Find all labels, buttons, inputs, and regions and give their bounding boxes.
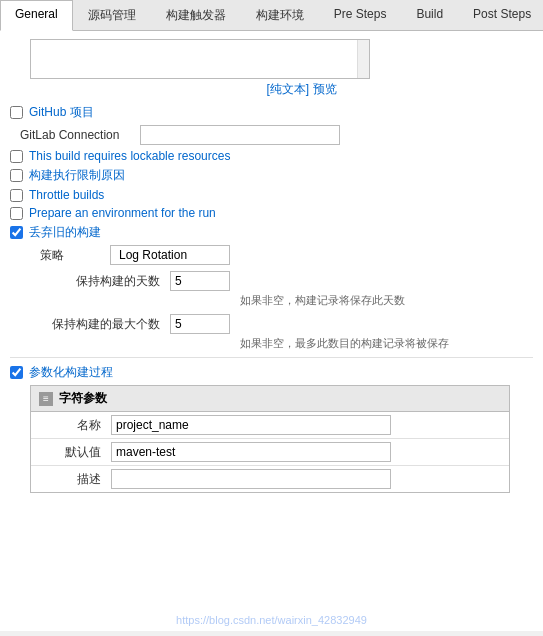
prepare-env-checkbox[interactable] bbox=[10, 207, 23, 220]
discard-builds-row: 丢弃旧的构建 bbox=[10, 224, 533, 241]
parameterize-label[interactable]: 参数化构建过程 bbox=[29, 364, 113, 381]
days-field-section: 保持构建的天数 如果非空，构建记录将保存此天数 bbox=[40, 271, 533, 308]
strategy-value: Log Rotation bbox=[110, 245, 230, 265]
param-default-label: 默认值 bbox=[31, 444, 111, 461]
textarea-container bbox=[30, 39, 533, 79]
plain-text-link[interactable]: [纯文本] bbox=[266, 82, 309, 96]
parameterize-section: 参数化构建过程 ≡ 字符参数 名称 默认值 描述 bbox=[10, 364, 533, 493]
days-field-row: 保持构建的天数 bbox=[40, 271, 533, 291]
param-name-row: 名称 bbox=[31, 412, 509, 439]
preview-link[interactable]: 预览 bbox=[313, 82, 337, 96]
param-desc-label: 描述 bbox=[31, 471, 111, 488]
main-content: [纯文本] 预览 GitHub 项目 GitLab Connection Thi… bbox=[0, 31, 543, 631]
tab-env[interactable]: 构建环境 bbox=[241, 0, 319, 30]
throttle-label[interactable]: Throttle builds bbox=[29, 188, 104, 202]
days-input[interactable] bbox=[170, 271, 230, 291]
max-builds-input[interactable] bbox=[170, 314, 230, 334]
description-textarea[interactable] bbox=[30, 39, 370, 79]
lockable-label[interactable]: This build requires lockable resources bbox=[29, 149, 230, 163]
tab-trigger[interactable]: 构建触发器 bbox=[151, 0, 241, 30]
prepare-env-row: Prepare an environment for the run bbox=[10, 206, 533, 220]
discard-builds-checkbox[interactable] bbox=[10, 226, 23, 239]
tab-poststeps[interactable]: Post Steps bbox=[458, 0, 543, 30]
strategy-row: 策略 Log Rotation bbox=[40, 245, 533, 265]
param-desc-input[interactable] bbox=[111, 469, 391, 489]
param-table: ≡ 字符参数 名称 默认值 描述 bbox=[30, 385, 510, 493]
tab-build[interactable]: Build bbox=[401, 0, 458, 30]
days-label: 保持构建的天数 bbox=[40, 273, 170, 290]
strategy-label: 策略 bbox=[40, 247, 80, 264]
build-limit-label[interactable]: 构建执行限制原因 bbox=[29, 167, 125, 184]
param-default-row: 默认值 bbox=[31, 439, 509, 466]
gitlab-connection-label: GitLab Connection bbox=[20, 128, 140, 142]
tab-bar: General 源码管理 构建触发器 构建环境 Pre Steps Build … bbox=[0, 0, 543, 31]
max-builds-label: 保持构建的最大个数 bbox=[40, 316, 170, 333]
param-desc-row: 描述 bbox=[31, 466, 509, 492]
param-default-input[interactable] bbox=[111, 442, 391, 462]
param-table-title: 字符参数 bbox=[59, 390, 107, 407]
parameterize-row: 参数化构建过程 bbox=[10, 364, 533, 381]
throttle-checkbox[interactable] bbox=[10, 189, 23, 202]
gitlab-connection-input[interactable] bbox=[140, 125, 340, 145]
param-table-header: ≡ 字符参数 bbox=[31, 386, 509, 412]
github-project-row: GitHub 项目 bbox=[10, 104, 533, 121]
build-limit-row: 构建执行限制原因 bbox=[10, 167, 533, 184]
lockable-row: This build requires lockable resources bbox=[10, 149, 533, 163]
max-builds-field-section: 保持构建的最大个数 如果非空，最多此数目的构建记录将被保存 bbox=[40, 314, 533, 351]
textarea-link-row: [纯文本] 预览 bbox=[70, 81, 533, 98]
build-limit-checkbox[interactable] bbox=[10, 169, 23, 182]
tab-source[interactable]: 源码管理 bbox=[73, 0, 151, 30]
prepare-env-label[interactable]: Prepare an environment for the run bbox=[29, 206, 216, 220]
tab-presteps[interactable]: Pre Steps bbox=[319, 0, 402, 30]
param-name-input[interactable] bbox=[111, 415, 391, 435]
discard-builds-label[interactable]: 丢弃旧的构建 bbox=[29, 224, 101, 241]
max-builds-field-row: 保持构建的最大个数 bbox=[40, 314, 533, 334]
param-table-icon: ≡ bbox=[39, 392, 53, 406]
github-project-checkbox[interactable] bbox=[10, 106, 23, 119]
tab-general[interactable]: General bbox=[0, 0, 73, 31]
github-project-label[interactable]: GitHub 项目 bbox=[29, 104, 94, 121]
lockable-checkbox[interactable] bbox=[10, 150, 23, 163]
days-hint: 如果非空，构建记录将保存此天数 bbox=[240, 293, 533, 308]
parameterize-checkbox[interactable] bbox=[10, 366, 23, 379]
throttle-row: Throttle builds bbox=[10, 188, 533, 202]
max-builds-hint: 如果非空，最多此数目的构建记录将被保存 bbox=[240, 336, 533, 351]
gitlab-connection-row: GitLab Connection bbox=[20, 125, 533, 145]
scrollbar bbox=[357, 40, 369, 78]
section-divider bbox=[10, 357, 533, 358]
param-name-label: 名称 bbox=[31, 417, 111, 434]
